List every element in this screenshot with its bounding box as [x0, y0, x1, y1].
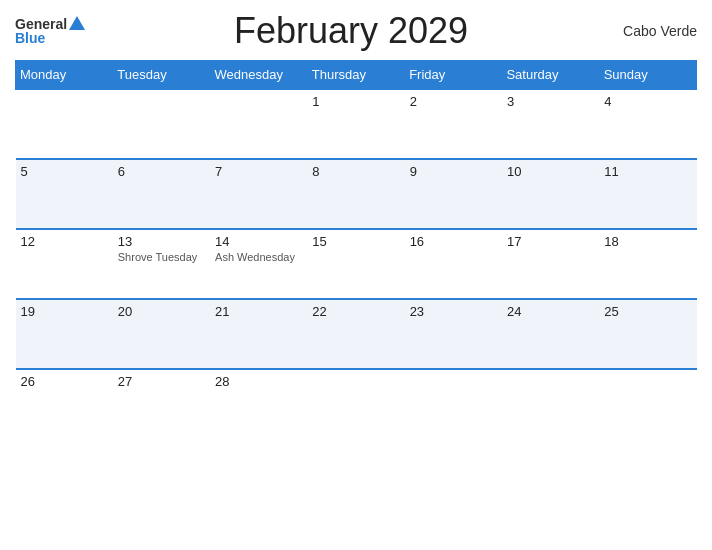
- calendar-cell: 26: [16, 369, 113, 439]
- calendar-cell: 7: [210, 159, 307, 229]
- calendar-body: 12345678910111213Shrove Tuesday14Ash Wed…: [16, 89, 697, 439]
- day-number: 27: [118, 374, 205, 389]
- logo-inner: General Blue: [15, 17, 85, 45]
- calendar-week-row: 1234: [16, 89, 697, 159]
- day-number: 22: [312, 304, 399, 319]
- calendar-cell: 12: [16, 229, 113, 299]
- calendar-cell: 28: [210, 369, 307, 439]
- calendar-cell: 23: [405, 299, 502, 369]
- month-title: February 2029: [85, 10, 617, 52]
- day-event: Ash Wednesday: [215, 251, 302, 263]
- calendar-cell: 27: [113, 369, 210, 439]
- calendar-container: General Blue February 2029 Cabo Verde Mo…: [0, 0, 712, 550]
- calendar-cell: [502, 369, 599, 439]
- day-number: 9: [410, 164, 497, 179]
- calendar-cell: 10: [502, 159, 599, 229]
- day-number: 21: [215, 304, 302, 319]
- calendar-grid: MondayTuesdayWednesdayThursdayFridaySatu…: [15, 60, 697, 439]
- day-number: 11: [604, 164, 691, 179]
- calendar-cell: 17: [502, 229, 599, 299]
- calendar-header: General Blue February 2029 Cabo Verde: [15, 10, 697, 52]
- logo-row: General: [15, 17, 85, 31]
- day-number: 20: [118, 304, 205, 319]
- calendar-cell: 18: [599, 229, 696, 299]
- calendar-cell: 19: [16, 299, 113, 369]
- calendar-cell: [210, 89, 307, 159]
- calendar-cell: 22: [307, 299, 404, 369]
- day-number: 19: [21, 304, 108, 319]
- calendar-week-row: 1213Shrove Tuesday14Ash Wednesday1516171…: [16, 229, 697, 299]
- day-number: 6: [118, 164, 205, 179]
- day-number: 25: [604, 304, 691, 319]
- calendar-cell: 25: [599, 299, 696, 369]
- weekday-header-saturday: Saturday: [502, 61, 599, 90]
- day-number: 10: [507, 164, 594, 179]
- weekday-header-row: MondayTuesdayWednesdayThursdayFridaySatu…: [16, 61, 697, 90]
- calendar-cell: 14Ash Wednesday: [210, 229, 307, 299]
- calendar-cell: 2: [405, 89, 502, 159]
- calendar-cell: 9: [405, 159, 502, 229]
- calendar-week-row: 567891011: [16, 159, 697, 229]
- calendar-cell: 4: [599, 89, 696, 159]
- calendar-cell: 8: [307, 159, 404, 229]
- weekday-header-friday: Friday: [405, 61, 502, 90]
- calendar-cell: [307, 369, 404, 439]
- calendar-cell: [599, 369, 696, 439]
- day-number: 26: [21, 374, 108, 389]
- day-number: 5: [21, 164, 108, 179]
- calendar-cell: 3: [502, 89, 599, 159]
- day-number: 7: [215, 164, 302, 179]
- day-number: 3: [507, 94, 594, 109]
- day-number: 23: [410, 304, 497, 319]
- day-number: 13: [118, 234, 205, 249]
- logo-triangle-icon: [69, 16, 85, 30]
- calendar-cell: 20: [113, 299, 210, 369]
- calendar-cell: 5: [16, 159, 113, 229]
- calendar-cell: 13Shrove Tuesday: [113, 229, 210, 299]
- day-number: 24: [507, 304, 594, 319]
- day-number: 4: [604, 94, 691, 109]
- calendar-cell: 11: [599, 159, 696, 229]
- logo-blue-text: Blue: [15, 31, 45, 45]
- calendar-cell: 15: [307, 229, 404, 299]
- calendar-cell: 6: [113, 159, 210, 229]
- logo-general-text: General: [15, 17, 67, 31]
- weekday-header-sunday: Sunday: [599, 61, 696, 90]
- day-number: 8: [312, 164, 399, 179]
- weekday-header-wednesday: Wednesday: [210, 61, 307, 90]
- calendar-cell: [113, 89, 210, 159]
- calendar-week-row: 262728: [16, 369, 697, 439]
- logo: General Blue: [15, 17, 85, 45]
- weekday-header-tuesday: Tuesday: [113, 61, 210, 90]
- calendar-cell: 1: [307, 89, 404, 159]
- day-number: 28: [215, 374, 302, 389]
- day-number: 16: [410, 234, 497, 249]
- day-number: 15: [312, 234, 399, 249]
- day-number: 12: [21, 234, 108, 249]
- day-number: 18: [604, 234, 691, 249]
- calendar-week-row: 19202122232425: [16, 299, 697, 369]
- calendar-cell: 21: [210, 299, 307, 369]
- day-number: 14: [215, 234, 302, 249]
- day-number: 17: [507, 234, 594, 249]
- day-number: 1: [312, 94, 399, 109]
- weekday-header-thursday: Thursday: [307, 61, 404, 90]
- day-number: 2: [410, 94, 497, 109]
- calendar-cell: 24: [502, 299, 599, 369]
- calendar-cell: [405, 369, 502, 439]
- calendar-thead: MondayTuesdayWednesdayThursdayFridaySatu…: [16, 61, 697, 90]
- calendar-cell: 16: [405, 229, 502, 299]
- calendar-cell: [16, 89, 113, 159]
- country-label: Cabo Verde: [617, 23, 697, 39]
- weekday-header-monday: Monday: [16, 61, 113, 90]
- day-event: Shrove Tuesday: [118, 251, 205, 263]
